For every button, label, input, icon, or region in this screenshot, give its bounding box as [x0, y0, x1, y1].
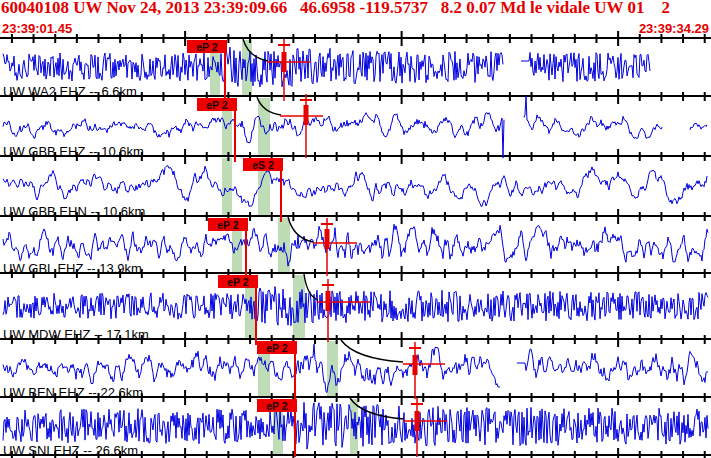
- minor-tick: [552, 451, 554, 458]
- minor-tick: [422, 92, 424, 101]
- coda-cross[interactable]: [409, 347, 421, 349]
- minor-tick: [227, 393, 229, 402]
- trace-row[interactable]: eP 2UW GBB EHZ -- 10.6km: [3, 94, 707, 162]
- major-tick: [617, 448, 619, 458]
- minor-tick: [357, 34, 359, 43]
- minor-tick: [444, 451, 446, 458]
- minor-tick: [509, 269, 511, 278]
- minor-tick: [336, 152, 338, 161]
- minor-tick: [336, 393, 338, 402]
- minor-tick: [531, 92, 533, 101]
- coda-cross[interactable]: [322, 284, 334, 286]
- minor-tick: [141, 92, 143, 101]
- minor-tick: [595, 393, 597, 402]
- minor-tick: [249, 212, 251, 221]
- minor-tick: [466, 152, 468, 161]
- minor-tick: [227, 335, 229, 344]
- minor-tick: [271, 451, 273, 458]
- minor-tick: [336, 335, 338, 344]
- minor-tick: [11, 34, 13, 43]
- coda-cross[interactable]: [300, 99, 312, 101]
- minor-tick: [379, 34, 381, 43]
- seismogram-window: 60040108 UW Nov 24, 2013 23:39:09.66 46.…: [0, 0, 711, 458]
- minor-tick: [422, 152, 424, 161]
- minor-tick: [271, 92, 273, 101]
- minor-tick: [574, 269, 576, 278]
- minor-tick: [574, 92, 576, 101]
- coda-bar[interactable]: [325, 229, 330, 249]
- minor-tick: [574, 393, 576, 402]
- pick-label: eS 2: [252, 159, 274, 171]
- minor-tick: [704, 92, 706, 101]
- minor-tick: [206, 335, 208, 344]
- minor-tick: [704, 269, 706, 278]
- minor-tick: [271, 34, 273, 43]
- coda-cross[interactable]: [321, 223, 333, 225]
- major-tick: [401, 31, 403, 46]
- minor-tick: [314, 152, 316, 161]
- minor-tick: [314, 92, 316, 101]
- minor-tick: [162, 92, 164, 101]
- minor-tick: [422, 34, 424, 43]
- minor-tick: [33, 34, 35, 43]
- minor-tick: [660, 393, 662, 402]
- minor-tick: [531, 451, 533, 458]
- minor-tick: [379, 152, 381, 161]
- minor-tick: [639, 269, 641, 278]
- minor-tick: [552, 92, 554, 101]
- minor-tick: [379, 92, 381, 101]
- minor-tick: [466, 269, 468, 278]
- minor-tick: [682, 335, 684, 344]
- minor-tick: [639, 335, 641, 344]
- station-label: UW GBL EHZ -- 13.9km: [3, 261, 142, 276]
- trace-plot-area[interactable]: eP 2UW WA2 EHZ -- 6.6kmeP 2UW GBB EHZ --…: [0, 0, 711, 458]
- major-tick: [184, 31, 186, 46]
- coda-bar[interactable]: [326, 291, 331, 311]
- major-tick: [617, 149, 619, 164]
- trace-row[interactable]: eP 2UW GBL EHZ -- 13.9km: [3, 217, 708, 279]
- minor-tick: [249, 393, 251, 402]
- station-label: UW BEN EHZ -- 22.6km: [3, 385, 143, 400]
- waveform: [690, 123, 707, 130]
- coda-cross[interactable]: [278, 44, 290, 46]
- minor-tick: [660, 269, 662, 278]
- minor-tick: [639, 393, 641, 402]
- coda-level-line: [267, 61, 310, 63]
- minor-tick: [162, 393, 164, 402]
- waveform: [521, 53, 650, 82]
- minor-tick: [682, 212, 684, 221]
- minor-tick: [595, 152, 597, 161]
- minor-tick: [227, 152, 229, 161]
- trace-row[interactable]: eS 2UW GBB EHN -- 10.6km: [3, 158, 707, 222]
- minor-tick: [595, 451, 597, 458]
- minor-tick: [466, 451, 468, 458]
- trace-row[interactable]: eP 2UW BEN EHZ -- 22.6km: [3, 340, 708, 403]
- minor-tick: [141, 451, 143, 458]
- minor-tick: [682, 451, 684, 458]
- trace-row[interactable]: eP 2UW MDW EHZ -- 17.1km: [3, 274, 708, 345]
- major-tick: [401, 149, 403, 164]
- minor-tick: [487, 152, 489, 161]
- minor-tick: [639, 152, 641, 161]
- minor-tick: [54, 34, 56, 43]
- coda-level-line: [403, 420, 447, 422]
- minor-tick: [292, 269, 294, 278]
- minor-tick: [552, 335, 554, 344]
- coda-duration-marker[interactable]: [280, 94, 323, 158]
- minor-tick: [162, 451, 164, 458]
- coda-cross[interactable]: [411, 403, 423, 405]
- waveform: [3, 166, 707, 207]
- coda-bar[interactable]: [304, 105, 309, 125]
- minor-tick: [271, 212, 273, 221]
- minor-tick: [336, 34, 338, 43]
- minor-tick: [379, 451, 381, 458]
- major-tick: [401, 332, 403, 347]
- minor-tick: [357, 393, 359, 402]
- minor-tick: [531, 152, 533, 161]
- minor-tick: [595, 92, 597, 101]
- coda-level-line: [313, 242, 357, 244]
- minor-tick: [141, 34, 143, 43]
- minor-tick: [292, 34, 294, 43]
- coda-bar[interactable]: [413, 355, 418, 375]
- minor-tick: [595, 34, 597, 43]
